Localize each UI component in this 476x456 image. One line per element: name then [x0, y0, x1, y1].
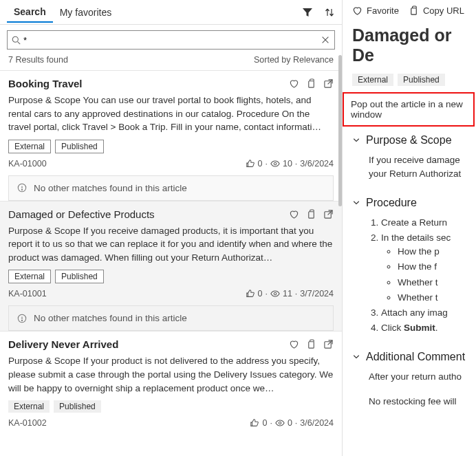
svg-line-1	[18, 41, 21, 44]
status-chip: Published	[55, 270, 104, 283]
status-chip: Published	[54, 400, 101, 413]
view-count: 10	[283, 159, 292, 169]
svg-rect-16	[309, 342, 314, 348]
sort-icon[interactable]	[324, 7, 335, 18]
view-count: 11	[283, 289, 292, 298]
results-list: Booking TravelPurpose & Scope You can us…	[0, 70, 342, 456]
results-count: 7 Results found	[8, 55, 68, 65]
view-icon	[270, 289, 280, 298]
article-title: Damaged or De	[352, 25, 476, 65]
status-chip: External	[8, 270, 51, 283]
view-icon	[270, 159, 280, 169]
result-title: Booking Travel	[8, 78, 83, 89]
copy-icon[interactable]	[306, 78, 316, 89]
procedure-step: Create a Return	[381, 216, 476, 230]
view-icon	[275, 418, 285, 428]
svg-rect-19	[411, 8, 417, 14]
filter-icon[interactable]	[302, 7, 313, 18]
favorite-button[interactable]: Favorite	[352, 6, 399, 16]
popout-icon[interactable]	[323, 78, 334, 89]
result-date: 3/6/2024	[300, 159, 334, 169]
article-id: KA-01002	[8, 418, 47, 428]
results-sort: Sorted by Relevance	[254, 55, 334, 65]
chip-external: External	[352, 74, 393, 86]
no-match-banner: No other matches found in this article	[8, 305, 334, 331]
results-summary: 7 Results found Sorted by Relevance	[0, 52, 342, 70]
no-match-banner: No other matches found in this article	[8, 175, 334, 201]
favorite-icon[interactable]	[289, 339, 299, 349]
svg-point-9	[21, 190, 22, 191]
copy-icon[interactable]	[306, 209, 316, 219]
result-title: Damaged or Defective Products	[8, 208, 155, 220]
svg-point-12	[274, 293, 277, 296]
favorite-icon[interactable]	[289, 78, 299, 89]
like-icon[interactable]	[246, 159, 255, 169]
chip-published: Published	[398, 74, 445, 86]
section-head-additional[interactable]: Additional Comment	[352, 351, 476, 363]
result-snippet: Purpose & Scope You can use our travel p…	[8, 94, 334, 134]
procedure-step: Attach any imag	[381, 306, 476, 320]
procedure-step: In the details sec How the p How the f W…	[381, 231, 476, 305]
popout-icon[interactable]	[323, 339, 334, 349]
result-snippet: Purpose & Scope If your product is not d…	[8, 354, 334, 395]
tab-search[interactable]: Search	[7, 2, 53, 23]
like-count: 0	[258, 159, 263, 169]
section-head-scope[interactable]: Purpose & Scope	[352, 134, 476, 146]
copy-icon[interactable]	[306, 339, 316, 349]
like-count: 0	[258, 289, 263, 298]
article-id: KA-01001	[8, 289, 47, 298]
search-input[interactable]	[23, 35, 321, 45]
article-preview: Favorite Copy URL Damaged or De External…	[343, 0, 476, 456]
article-id: KA-01000	[8, 159, 47, 169]
view-count: 0	[288, 418, 292, 428]
result-card[interactable]: Damaged or Defective ProductsPurpose & S…	[0, 201, 342, 332]
search-input-wrapper	[7, 30, 335, 50]
like-count: 0	[262, 418, 267, 428]
search-icon	[12, 36, 21, 45]
section-head-procedure[interactable]: Procedure	[352, 197, 476, 209]
result-title: Delivery Never Arrived	[8, 338, 118, 350]
status-chip: Published	[55, 140, 104, 153]
procedure-step: Click Submit.	[381, 321, 476, 335]
result-snippet: Purpose & Scope If you receive damaged p…	[8, 224, 334, 265]
result-card[interactable]: Delivery Never ArrivedPurpose & Scope If…	[0, 331, 342, 435]
like-icon[interactable]	[246, 289, 255, 298]
svg-point-6	[274, 162, 277, 165]
favorite-icon[interactable]	[289, 209, 299, 219]
result-date: 3/6/2024	[300, 418, 334, 428]
status-chip: External	[8, 400, 50, 413]
scrollbar-thumb[interactable]	[338, 55, 342, 206]
article-chips: External Published	[352, 74, 476, 86]
clear-search-icon[interactable]	[321, 35, 330, 45]
svg-point-18	[279, 422, 281, 424]
status-chip: External	[8, 140, 51, 153]
svg-rect-4	[309, 81, 314, 87]
svg-point-15	[21, 320, 22, 321]
result-date: 3/7/2024	[300, 289, 334, 298]
copy-url-button[interactable]: Copy URL	[409, 6, 464, 16]
tab-bar: Search My favorites	[0, 0, 342, 25]
tab-favorites[interactable]: My favorites	[53, 3, 118, 22]
like-icon[interactable]	[250, 418, 259, 428]
svg-rect-10	[309, 211, 314, 217]
result-card[interactable]: Booking TravelPurpose & Scope You can us…	[0, 70, 342, 201]
svg-point-0	[12, 36, 18, 42]
popout-tooltip: Pop out the article in a new window	[343, 92, 475, 127]
popout-icon[interactable]	[323, 209, 334, 219]
